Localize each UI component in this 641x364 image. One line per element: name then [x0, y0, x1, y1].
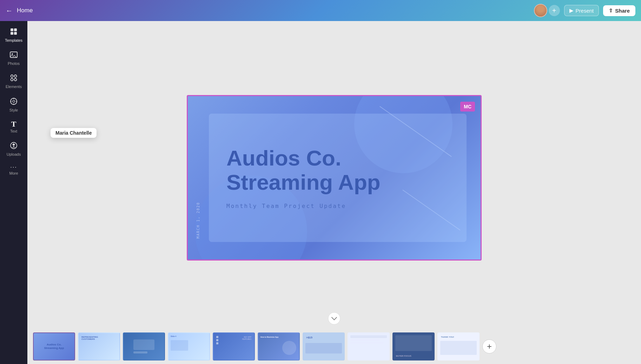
- uploads-label: Uploads: [7, 152, 21, 157]
- present-label: Present: [576, 8, 594, 14]
- filmstrip-thumb-1[interactable]: Audios Co.Streaming App: [33, 332, 75, 360]
- header: ← Home + ▶ Present ⇧ Share: [0, 0, 641, 21]
- sidebar-item-uploads[interactable]: Uploads: [2, 138, 26, 160]
- sidebar-item-style[interactable]: Style: [2, 94, 26, 115]
- slide-content-box: Audios Co. Streaming App Monthly Team Pr…: [209, 114, 467, 242]
- sidebar-item-text[interactable]: T Text: [2, 117, 26, 136]
- sidebar-item-more[interactable]: ··· More: [2, 161, 26, 178]
- text-icon: T: [11, 120, 16, 128]
- canvas-area: MARCH 1, 2020 Audios Co. Streaming App M…: [27, 21, 641, 364]
- svg-rect-4: [10, 52, 17, 58]
- filmstrip-thumb-4[interactable]: Slide 4: [168, 332, 210, 360]
- svg-point-9: [14, 79, 17, 81]
- filmstrip-thumb-6[interactable]: How to Maximize App: [258, 332, 300, 360]
- photos-label: Photos: [8, 61, 20, 66]
- filmstrip-thumb-2[interactable]: REPRESENTINGCUSTOMERS: [78, 332, 120, 360]
- canvas-wrapper: MARCH 1, 2020 Audios Co. Streaming App M…: [27, 41, 641, 308]
- user-tooltip: Maria Chantelle: [51, 128, 97, 138]
- filmstrip-thumb-7[interactable]: >$15: [303, 332, 345, 360]
- thumb-2-label: REPRESENTINGCUSTOMERS: [81, 336, 98, 340]
- tooltip-text: Maria Chantelle: [55, 130, 92, 136]
- avatar-face: [535, 5, 547, 16]
- filmstrip-thumb-3[interactable]: [123, 332, 165, 360]
- thumb-10-label: THANK YOU!: [441, 336, 454, 338]
- avatar[interactable]: [534, 4, 547, 17]
- filmstrip-thumb-9[interactable]: BUYER FOCUS: [392, 332, 435, 360]
- share-icon: ⇧: [609, 8, 613, 13]
- back-icon[interactable]: ←: [6, 7, 13, 15]
- add-collaborator-button[interactable]: +: [549, 5, 560, 16]
- more-label: More: [9, 171, 18, 176]
- svg-point-5: [12, 53, 13, 55]
- home-label: Home: [17, 7, 33, 14]
- content-right: 🗑 MARCH 1, 2020 Audios Co.: [27, 21, 641, 364]
- photos-icon: [9, 50, 18, 60]
- style-icon: [9, 97, 18, 107]
- text-label: Text: [10, 129, 17, 134]
- thumb-5-label: KEY APPFEATURES: [242, 336, 251, 340]
- slide-date: MARCH 1, 2020: [196, 202, 200, 238]
- slide-badge: MC: [460, 102, 475, 112]
- thumb-1-label: Audios Co.Streaming App: [44, 343, 64, 350]
- templates-label: Templates: [5, 38, 22, 43]
- svg-rect-0: [11, 28, 13, 31]
- slide-canvas[interactable]: MARCH 1, 2020 Audios Co. Streaming App M…: [187, 95, 482, 261]
- slide-title: Audios Co. Streaming App: [226, 146, 449, 194]
- svg-point-6: [11, 75, 13, 77]
- avatar-wrapper: +: [534, 4, 560, 17]
- svg-point-18: [328, 312, 340, 324]
- sidebar-item-templates[interactable]: Templates: [2, 24, 26, 46]
- style-label: Style: [9, 108, 18, 113]
- elements-label: Elements: [6, 85, 22, 89]
- thumb-7-label: >$15: [306, 336, 312, 339]
- slide-subtitle: Monthly Team Project Update: [226, 203, 449, 209]
- share-button[interactable]: ⇧ Share: [603, 5, 635, 16]
- scroll-indicator[interactable]: [328, 308, 341, 329]
- sidebar-item-elements[interactable]: Elements: [2, 70, 26, 92]
- svg-point-11: [13, 100, 15, 102]
- svg-rect-2: [11, 32, 13, 35]
- sidebar: Templates Photos Elements: [0, 21, 27, 364]
- svg-point-7: [14, 75, 17, 77]
- filmstrip: Audios Co.Streaming App REPRESENTINGCUST…: [27, 329, 641, 364]
- add-slide-button[interactable]: +: [482, 339, 496, 353]
- more-icon: ···: [10, 164, 17, 170]
- sidebar-item-photos[interactable]: Photos: [2, 47, 26, 69]
- templates-icon: [9, 27, 18, 37]
- present-button[interactable]: ▶ Present: [564, 5, 599, 16]
- svg-rect-3: [14, 32, 17, 35]
- filmstrip-thumb-10[interactable]: THANK YOU!: [437, 332, 480, 360]
- main-layout: Templates Photos Elements: [0, 21, 641, 364]
- filmstrip-thumb-8[interactable]: [348, 332, 390, 360]
- svg-rect-1: [14, 28, 17, 31]
- share-label: Share: [615, 8, 630, 14]
- thumb-3-label: [133, 339, 154, 353]
- uploads-icon: [9, 141, 18, 151]
- elements-icon: [9, 74, 18, 83]
- present-icon: ▶: [569, 7, 574, 14]
- filmstrip-thumb-5[interactable]: KEY APPFEATURES: [213, 332, 255, 360]
- header-actions: + ▶ Present ⇧ Share: [534, 4, 635, 17]
- home-nav[interactable]: ← Home: [6, 7, 33, 15]
- svg-point-8: [11, 79, 13, 81]
- thumb-9-label: BUYER FOCUS: [396, 355, 411, 357]
